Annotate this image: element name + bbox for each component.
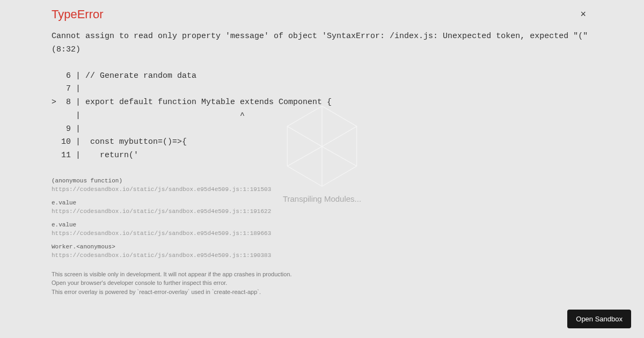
error-message: Cannot assign to read only property 'mes… <box>52 30 592 57</box>
stack-frame: e.value https://codesandbox.io/static/js… <box>52 221 592 238</box>
stack-frame-location: https://codesandbox.io/static/js/sandbox… <box>52 207 592 216</box>
error-title: TypeError <box>52 8 592 21</box>
stack-frame-location: https://codesandbox.io/static/js/sandbox… <box>52 229 592 238</box>
stack-frame-function: e.value <box>52 199 592 208</box>
open-sandbox-button[interactable]: Open Sandbox <box>567 310 631 328</box>
footer-note: This screen is visible only in developme… <box>52 270 592 297</box>
footer-line: This error overlay is powered by `react-… <box>52 288 592 297</box>
stack-frame: Worker.<anonymous> https://codesandbox.i… <box>52 243 592 260</box>
error-overlay: × TypeError Cannot assign to read only p… <box>0 0 644 338</box>
stack-frame-location: https://codesandbox.io/static/js/sandbox… <box>52 185 592 194</box>
stack-frame: e.value https://codesandbox.io/static/js… <box>52 199 592 216</box>
footer-line: Open your browser's developer console to… <box>52 278 592 288</box>
close-icon: × <box>580 9 586 19</box>
footer-line: This screen is visible only in developme… <box>52 270 592 279</box>
stack-frame-function: Worker.<anonymous> <box>52 243 592 252</box>
code-frame: 6 | // Generate random data 7 | > 8 | ex… <box>52 70 592 163</box>
stack-frame: (anonymous function) https://codesandbox… <box>52 177 592 194</box>
stack-frame-function: e.value <box>52 221 592 230</box>
stack-frame-function: (anonymous function) <box>52 177 592 186</box>
close-button[interactable]: × <box>580 9 586 20</box>
stack-frame-location: https://codesandbox.io/static/js/sandbox… <box>52 251 592 260</box>
stack-trace-list: (anonymous function) https://codesandbox… <box>52 177 592 260</box>
